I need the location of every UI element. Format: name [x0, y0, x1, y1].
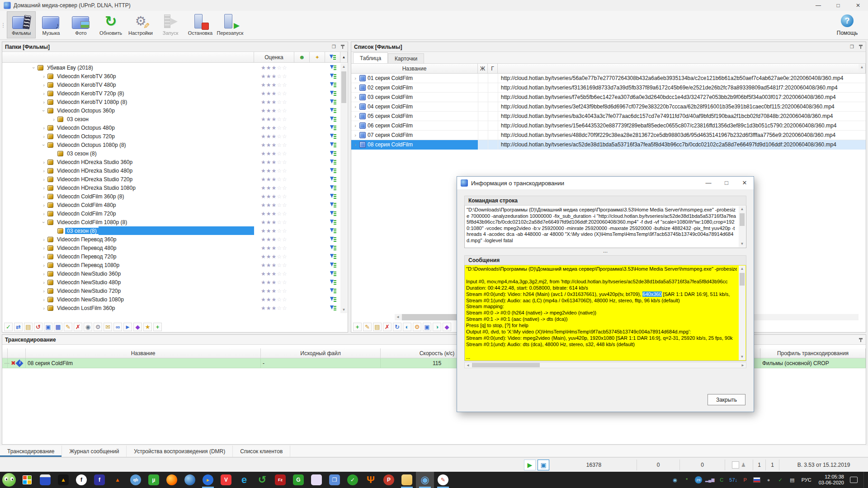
expand-arrow-icon[interactable]: ›	[351, 94, 359, 100]
expand-arrow-icon[interactable]: ›	[31, 65, 37, 70]
rating-stars[interactable]: ★★★☆☆	[254, 245, 295, 251]
taskbar-clock[interactable]: 12:05:38 03-06-2020	[817, 474, 846, 486]
tree-item[interactable]: ›Videocdn Octopus 1080p (8)★★★☆☆	[2, 141, 340, 149]
tree-item[interactable]: ›Videocdn KerobTV 720p (8)★★★☆☆	[2, 89, 340, 98]
link-icon[interactable]: ∞	[113, 323, 122, 331]
hms-tray-icon[interactable]: ◉	[671, 476, 679, 484]
scroll-down-icon[interactable]: ▼	[739, 241, 745, 247]
media-list-row[interactable]: ›02 серия ColdFilmhttp://cloud.hotlan.by…	[351, 83, 866, 93]
rating-stars[interactable]: ★★★☆☆	[254, 99, 295, 105]
expand-arrow-icon[interactable]: ›	[41, 185, 47, 191]
messages-scrollbar[interactable]: ▲ ▼	[739, 266, 745, 360]
expand-arrow-icon[interactable]: ›	[351, 75, 359, 81]
scroll-right-icon[interactable]: ►	[740, 362, 746, 368]
settings-button[interactable]: Настройки	[126, 11, 155, 38]
tree-item[interactable]: ›Videocdn NewStudio 720p★★★☆☆	[2, 286, 340, 295]
stop-button[interactable]: Остановка	[186, 11, 215, 38]
tree-item[interactable]: 03 сезон (8)★★★☆☆	[2, 149, 340, 158]
tree-item[interactable]: ›Videocdn HDrezka Studio 720p★★★☆☆	[2, 175, 340, 183]
edit-icon[interactable]: ✎	[64, 323, 72, 331]
rating-stars[interactable]: ★★★☆☆	[254, 185, 295, 191]
expand-arrow-icon[interactable]: ›	[41, 108, 47, 113]
rating-stars[interactable]: ★★★☆☆	[254, 279, 295, 286]
expand-arrow-icon[interactable]: ›	[41, 271, 47, 277]
expand-arrow-icon[interactable]: ›	[41, 160, 47, 165]
expand-arrow-icon[interactable]: ›	[351, 123, 359, 128]
tree-item[interactable]: ›Videocdn Перевод 720p★★★☆☆	[2, 252, 340, 261]
delete-icon[interactable]: ✗	[383, 323, 392, 331]
media-list-row[interactable]: ›07 серия ColdFilmhttp://cloud.hotlan.by…	[351, 131, 866, 140]
show-desktop-button[interactable]	[863, 472, 865, 488]
tree-item[interactable]: ›Videocdn Octopus 480p★★★☆☆	[2, 123, 340, 132]
panel-pin-icon[interactable]	[859, 44, 863, 49]
panel-pin-icon[interactable]	[340, 44, 345, 49]
save-icon[interactable]: ▦	[54, 323, 62, 331]
tree-item[interactable]: ›Videocdn NewStudio 360p★★★☆☆	[2, 269, 340, 278]
scroll-left-icon[interactable]: ◄	[395, 314, 401, 320]
tree-item[interactable]: ›Videocdn KerobTV 480p★★★☆☆	[2, 80, 340, 89]
picpick-tray-icon[interactable]: P	[741, 476, 749, 484]
undo-icon[interactable]: ↺	[34, 323, 42, 331]
name-column-header[interactable]: Название	[351, 64, 478, 73]
start-button[interactable]	[0, 472, 18, 488]
green-nut-icon[interactable]: C	[718, 476, 726, 484]
media-list-row[interactable]: ›04 серия ColdFilmhttp://cloud.hotlan.by…	[351, 102, 866, 112]
close-dialog-button[interactable]: Закрыть	[708, 394, 745, 405]
expand-arrow-icon[interactable]: ›	[41, 177, 47, 182]
sticky-note-icon[interactable]	[307, 472, 326, 488]
panel-maximize-icon[interactable]: ❒	[332, 44, 336, 49]
firefox-icon[interactable]	[163, 472, 181, 488]
rating-stars[interactable]: ★★★☆☆	[254, 253, 295, 260]
sort-arrows-icon[interactable]	[325, 52, 340, 62]
tree-item[interactable]: ›Videocdn Перевод 480p★★★☆☆	[2, 244, 340, 252]
paint-app-icon[interactable]: ✎	[434, 472, 452, 488]
media-list-row[interactable]: ›01 серия ColdFilmhttp://cloud.hotlan.by…	[351, 74, 866, 83]
panel-pin-icon[interactable]	[859, 338, 863, 342]
scroll-thumb[interactable]	[341, 71, 346, 103]
tree-item[interactable]: ›Videocdn NewStudio 480p★★★☆☆	[2, 278, 340, 286]
ms-store-icon[interactable]	[18, 472, 36, 488]
card-icon[interactable]: ▤	[373, 323, 382, 331]
expand-arrow-icon[interactable]: ›	[41, 74, 47, 79]
expand-arrow-icon[interactable]: ›	[41, 142, 47, 148]
expand-arrow-icon[interactable]: ›	[41, 202, 47, 208]
expand-arrow-icon[interactable]: ›	[351, 142, 359, 147]
star-icon[interactable]: ★	[143, 323, 152, 331]
expand-arrow-icon[interactable]: ›	[41, 280, 47, 285]
tree-item[interactable]: ›Videocdn KerobTV 1080p (8)★★★☆☆	[2, 98, 340, 106]
view-icon[interactable]: ◉	[84, 323, 92, 331]
tree-item[interactable]: ›Videocdn NewStudio 1080p★★★☆☆	[2, 295, 340, 304]
movie-icon[interactable]: ►	[123, 323, 132, 331]
tree-item[interactable]: 03 сезон (8)★★★☆☆	[2, 226, 340, 235]
expand-arrow-icon[interactable]: ›	[351, 113, 359, 119]
help-button[interactable]: Помощь	[833, 12, 862, 39]
folders-icon[interactable]: ❐	[326, 472, 344, 488]
qbittorrent-icon[interactable]: qb	[127, 472, 145, 488]
save-floppy-icon[interactable]	[36, 472, 54, 488]
edge-icon[interactable]: e	[235, 472, 253, 488]
foobar2000-icon[interactable]: f	[72, 472, 90, 488]
dialog-close-icon[interactable]: ✕	[736, 177, 754, 189]
bottom-tab[interactable]: Транскодирование	[0, 446, 62, 457]
command-textarea[interactable]: "D:\Downloads\Программы (D)\Домашний мед…	[464, 206, 746, 248]
tree-item[interactable]: ›Videocdn Octopus 720p★★★☆☆	[2, 132, 340, 141]
flash-icon[interactable]: f	[90, 472, 108, 488]
language-indicator[interactable]: РУС	[800, 477, 813, 483]
expand-arrow-icon[interactable]: ›	[351, 132, 359, 138]
rating-stars[interactable]: ★★★☆☆	[254, 262, 295, 268]
tree-item[interactable]: ›Videocdn ColdFilm 720p★★★☆☆	[2, 209, 340, 218]
rating-stars[interactable]: ★★★☆☆	[254, 296, 295, 303]
green-creature-icon[interactable]: *	[683, 476, 691, 484]
scroll-up-icon[interactable]: ▲	[340, 63, 347, 70]
globe-icon[interactable]: ◐	[403, 323, 411, 331]
expand-arrow-icon[interactable]: ›	[41, 305, 47, 311]
aimp-icon[interactable]: ▲	[54, 472, 72, 488]
tree-item[interactable]: ›Videocdn LostFilm 360p★★★☆☆	[2, 304, 340, 312]
rating-stars[interactable]: ★★★☆☆	[254, 90, 295, 97]
playback-window-button[interactable]: ▣	[538, 460, 549, 470]
tree-vertical-scrollbar[interactable]: ▲ ▼	[340, 63, 347, 313]
tree-item[interactable]: ›Убивая Еву (2018)★★★☆☆	[2, 63, 340, 72]
tab-Карточки[interactable]: Карточки	[388, 53, 424, 63]
rating-stars[interactable]: ★★★☆☆	[254, 288, 295, 294]
globe-browser-icon[interactable]	[181, 472, 199, 488]
